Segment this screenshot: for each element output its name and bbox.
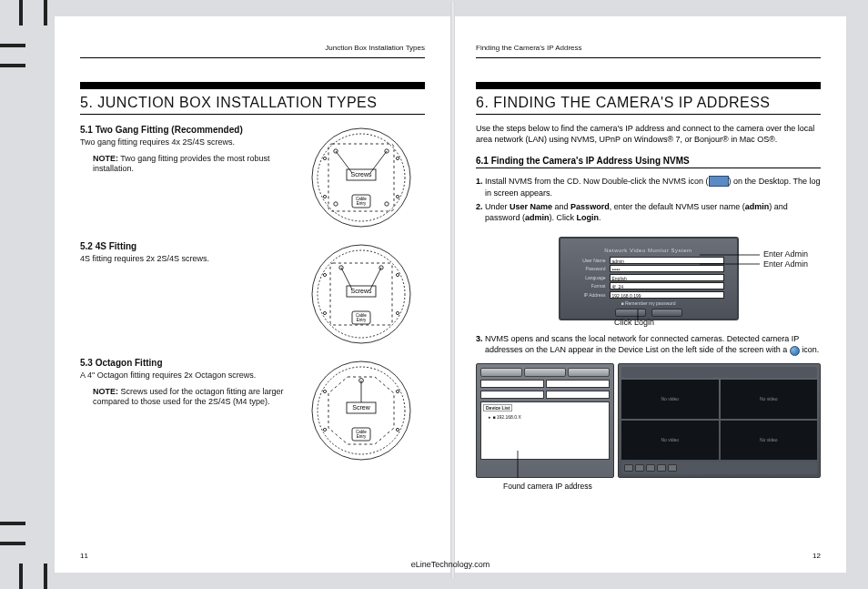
globe-icon — [790, 346, 800, 356]
footer-url: eLineTechnology.com — [55, 560, 846, 569]
svg-text:Screws: Screws — [351, 288, 372, 294]
section-5-3-note: NOTE: Screws used for the octagon fittin… — [80, 387, 290, 408]
video-cell[interactable]: No video — [621, 380, 719, 419]
chapter-6-intro: Use the steps below to find the camera's… — [476, 124, 821, 145]
video-cell[interactable]: No video — [621, 421, 719, 460]
svg-point-8 — [396, 157, 399, 159]
section-5-3-heading: 5.3 Octagon Fitting — [80, 357, 290, 369]
callout-click-login: Click Login — [614, 318, 654, 327]
callout-enter-admin-user: Enter Admin — [763, 249, 808, 259]
svg-point-38 — [323, 390, 326, 392]
section-5-3-text: 5.3 Octagon Fitting A 4" Octagon fitting… — [80, 357, 290, 464]
svg-point-9 — [323, 195, 326, 198]
section-6-1-heading: 6.1 Finding the Camera's IP Address Usin… — [476, 156, 821, 168]
section-5-3-body: A 4" Octagon fitting requires 2x Octagon… — [80, 371, 290, 381]
svg-point-6 — [385, 202, 389, 206]
svg-text:Entry: Entry — [357, 318, 367, 322]
svg-point-10 — [396, 195, 399, 198]
diagram-two-gang: Screws Cable Entry — [298, 124, 425, 231]
nvms-screenshot: Device List ▸ ■ 192.168.0.X No video No … — [476, 363, 821, 478]
manual-spread: Junction Box Installation Types 5. JUNCT… — [55, 16, 846, 573]
svg-point-26 — [396, 311, 399, 314]
video-cell[interactable]: No video — [721, 421, 818, 460]
header-rule-right — [476, 57, 821, 58]
password-input[interactable]: ••••• — [610, 265, 724, 272]
svg-text:Entry: Entry — [357, 434, 367, 439]
section-5-3: 5.3 Octagon Fitting A 4" Octagon fitting… — [80, 357, 425, 464]
svg-point-40 — [323, 428, 326, 431]
section-5-2-body: 4S fitting requires 2x 2S/4S screws. — [80, 254, 290, 265]
format-select[interactable]: 4f_24 — [610, 282, 724, 289]
section-5-1-note: NOTE: Two gang fitting provides the most… — [80, 154, 290, 175]
svg-point-41 — [396, 428, 399, 431]
sidebar-field[interactable] — [480, 391, 544, 399]
svg-point-0 — [312, 128, 410, 227]
diagram-octagon: Screw Cable Entry — [298, 357, 425, 464]
login-title: Network Video Monitor System — [573, 248, 724, 253]
device-list-item[interactable]: ▸ ■ 192.168.0.X — [483, 414, 607, 420]
steps-list-2: 3. NVMS opens and scans the local networ… — [476, 333, 821, 358]
section-5-2-heading: 5.2 4S Fitting — [80, 240, 290, 252]
login-screenshot: Network Video Monitor System User Namead… — [476, 231, 821, 326]
cancel-button[interactable] — [651, 309, 682, 317]
section-5-2-text: 5.2 4S Fitting 4S fitting requires 2x 2S… — [80, 240, 290, 348]
sidebar-field[interactable] — [546, 391, 610, 399]
running-header-left: Junction Box Installation Types — [80, 44, 425, 54]
sidebar-tab[interactable] — [568, 368, 610, 377]
nvms-icon — [709, 176, 729, 187]
video-cell[interactable]: No video — [721, 380, 818, 419]
login-dialog: Network Video Monitor System User Namead… — [559, 237, 739, 320]
section-5-1: 5.1 Two Gang Fitting (Recommended) Two g… — [80, 124, 425, 231]
section-5-1-body: Two gang fitting requires 4x 2S/4S screw… — [80, 137, 290, 148]
header-rule — [80, 57, 425, 58]
sidebar-tab[interactable] — [480, 368, 522, 377]
page-number-left: 11 — [80, 552, 88, 560]
svg-text:Screw: Screw — [352, 404, 370, 411]
device-list[interactable]: Device List ▸ ■ 192.168.0.X — [480, 401, 610, 460]
svg-point-7 — [323, 157, 326, 159]
svg-point-23 — [323, 273, 326, 276]
page-number-right: 12 — [812, 552, 821, 560]
svg-point-5 — [334, 202, 338, 206]
svg-point-34 — [312, 361, 410, 460]
svg-point-25 — [323, 311, 326, 314]
page-left: Junction Box Installation Types 5. JUNCT… — [55, 44, 450, 564]
ip-input[interactable]: 192.168.0.199 — [610, 291, 724, 299]
found-camera-label: Found camera IP address — [503, 482, 821, 491]
section-5-1-text: 5.1 Two Gang Fitting (Recommended) Two g… — [80, 124, 290, 231]
sidebar-field[interactable] — [480, 380, 544, 388]
chapter-6-title: 6. FINDING THE CAMERA'S IP ADDRESS — [476, 82, 821, 115]
nvms-video-grid: No video No video No video No video — [618, 363, 821, 478]
svg-point-18 — [312, 245, 410, 343]
svg-text:Entry: Entry — [357, 201, 367, 206]
remember-checkbox[interactable]: ■ Remember my password — [573, 300, 724, 306]
grid-footer — [621, 462, 817, 474]
section-5-2: 5.2 4S Fitting 4S fitting requires 2x 2S… — [80, 240, 425, 348]
page-right: Finding the Camera's IP Address 6. FINDI… — [450, 44, 846, 564]
grid-toolbar — [621, 367, 817, 378]
username-input[interactable]: admin — [610, 257, 724, 264]
login-button[interactable] — [615, 309, 646, 317]
svg-text:Screws: Screws — [351, 171, 372, 178]
nvms-sidebar: Device List ▸ ■ 192.168.0.X — [476, 363, 614, 478]
callout-enter-admin-pass: Enter Admin — [763, 259, 808, 269]
svg-point-24 — [396, 273, 399, 276]
svg-point-1 — [318, 134, 405, 221]
section-5-1-heading: 5.1 Two Gang Fitting (Recommended) — [80, 124, 290, 136]
language-select[interactable]: English — [610, 274, 724, 281]
chapter-5-title: 5. JUNCTION BOX INSTALLATION TYPES — [80, 82, 425, 115]
steps-list: 1. Install NVMS from the CD. Now Double-… — [476, 176, 821, 225]
running-header-right: Finding the Camera's IP Address — [476, 44, 821, 54]
step-1: 1. Install NVMS from the CD. Now Double-… — [476, 176, 821, 198]
diagram-4s: Screws Cable Entry — [298, 240, 425, 348]
sidebar-field[interactable] — [546, 380, 610, 388]
sidebar-tab[interactable] — [524, 368, 566, 377]
step-2: 2. Under User Name and Password, enter t… — [476, 201, 821, 224]
step-3: 3. NVMS opens and scans the local networ… — [476, 333, 821, 356]
svg-point-39 — [396, 390, 399, 392]
svg-point-35 — [318, 367, 405, 454]
